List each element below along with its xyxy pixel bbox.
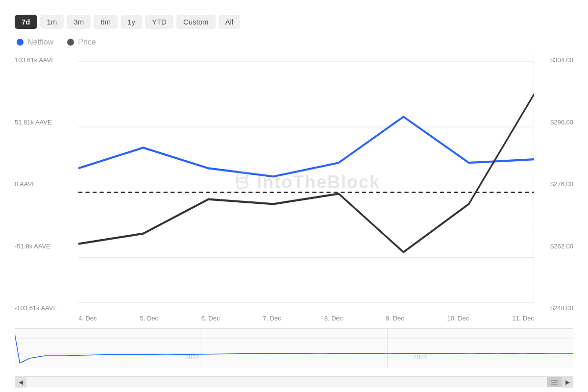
y-axis-left: 103.61k AAVE51.81k AAVE0 AAVE-51.8k AAVE… xyxy=(15,51,78,326)
x-axis: 4. Dec5. Dec6. Dec7. Dec8. Dec9. Dec10. … xyxy=(78,313,534,326)
y-label-right-2: $276.00 xyxy=(534,180,573,188)
time-range-bar: 7d1m3m6m1yYTDCustomAll xyxy=(15,15,573,29)
legend-label-price: Price xyxy=(78,38,96,47)
y-label-right-3: $262.00 xyxy=(534,243,573,250)
x-label-3: 7. Dec xyxy=(263,315,281,322)
legend-item-price: Price xyxy=(67,38,96,47)
scroll-handle-grip xyxy=(551,380,558,385)
x-label-6: 10. Dec xyxy=(447,315,469,322)
x-label-0: 4. Dec xyxy=(78,315,97,322)
y-label-left-3: -51.8k AAVE xyxy=(15,243,78,250)
y-label-left-1: 51.81k AAVE xyxy=(15,119,78,126)
x-label-7: 11. Dec xyxy=(512,315,534,322)
mini-scrollbar[interactable]: ◀ ▶ xyxy=(15,376,573,387)
mini-chart-section: 2022 2024 ◀ ▶ xyxy=(15,328,573,387)
scroll-left-arrow[interactable]: ◀ xyxy=(15,377,26,388)
chart-center: IntoTheBlock xyxy=(78,51,534,326)
time-btn-1m[interactable]: 1m xyxy=(40,15,64,29)
grip-line-1 xyxy=(551,380,558,381)
time-btn-1y[interactable]: 1y xyxy=(121,15,142,29)
legend: Netflow Price xyxy=(17,38,573,47)
time-btn-6m[interactable]: 6m xyxy=(94,15,118,29)
y-axis-right: $304.00$290.00$276.00$262.00$248.00 xyxy=(534,51,573,326)
time-btn-7d[interactable]: 7d xyxy=(15,15,37,29)
y-label-right-0: $304.00 xyxy=(534,56,573,64)
legend-dot-netflow xyxy=(17,39,24,46)
legend-dot-price xyxy=(67,39,74,46)
main-container: 7d1m3m6m1yYTDCustomAll Netflow Price 103… xyxy=(0,0,588,392)
y-label-right-4: $248.00 xyxy=(534,304,573,312)
svg-rect-8 xyxy=(15,329,573,368)
y-label-left-4: -103.61k AAVE xyxy=(15,304,78,312)
scroll-handle[interactable] xyxy=(547,377,562,387)
legend-item-netflow: Netflow xyxy=(17,38,53,47)
chart-area: 103.61k AAVE51.81k AAVE0 AAVE-51.8k AAVE… xyxy=(15,51,573,326)
time-btn-3m[interactable]: 3m xyxy=(67,15,91,29)
time-btn-all[interactable]: All xyxy=(219,15,241,29)
y-label-right-1: $290.00 xyxy=(534,119,573,126)
scroll-right-arrow[interactable]: ▶ xyxy=(562,377,573,388)
grip-line-3 xyxy=(551,384,558,385)
y-label-left-0: 103.61k AAVE xyxy=(15,56,78,64)
chart-svg: IntoTheBlock xyxy=(78,51,534,313)
time-btn-custom[interactable]: Custom xyxy=(176,15,216,29)
x-label-4: 8. Dec xyxy=(324,315,343,322)
scroll-track xyxy=(26,377,562,387)
time-btn-ytd[interactable]: YTD xyxy=(145,15,173,29)
grip-line-2 xyxy=(551,382,558,383)
x-label-5: 9. Dec xyxy=(386,315,404,322)
x-label-1: 5. Dec xyxy=(140,315,158,322)
x-label-2: 6. Dec xyxy=(201,315,220,322)
legend-label-netflow: Netflow xyxy=(27,38,53,47)
y-label-left-2: 0 AAVE xyxy=(15,180,78,188)
